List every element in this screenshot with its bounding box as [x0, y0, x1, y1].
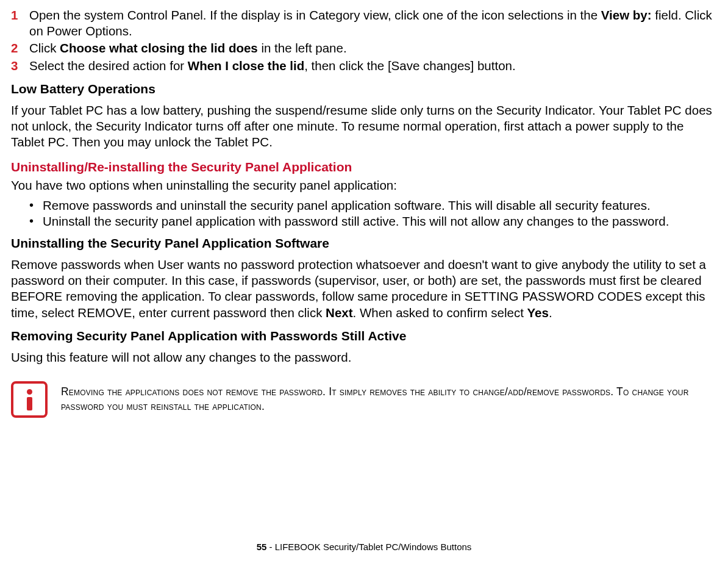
text: . When asked to confirm select: [353, 306, 527, 320]
heading-uninstall-software: Uninstalling the Security Panel Applicat…: [11, 235, 717, 252]
text: , then click the [Save changes] button.: [304, 59, 515, 73]
paragraph: You have two options when uninstalling t…: [11, 177, 717, 193]
note-callout: Removing the applications does not remov…: [11, 381, 717, 418]
paragraph: Remove passwords when User wants no pass…: [11, 257, 717, 321]
step-row: 1 Open the system Control Panel. If the …: [11, 7, 717, 39]
footer-title: - LIFEBOOK Security/Tablet PC/Windows Bu…: [266, 542, 471, 552]
paragraph: If your Tablet PC has a low battery, pus…: [11, 102, 717, 151]
text: Select the desired action for: [29, 59, 188, 73]
note-text: Removing the applications does not remov…: [61, 385, 717, 414]
step-row: 3 Select the desired action for When I c…: [11, 58, 717, 74]
bold-text: View by:: [601, 8, 652, 22]
list-item: Uninstall the security panel application…: [29, 213, 717, 229]
text: in the left pane.: [258, 41, 347, 55]
step-number: 2: [11, 40, 29, 56]
text: Open the system Control Panel. If the di…: [29, 8, 601, 22]
info-icon-glyph: [25, 387, 34, 412]
step-number: 1: [11, 7, 29, 39]
bold-text: Choose what closing the lid does: [60, 41, 258, 55]
heading-uninstall-reinstall: Uninstalling/Re-installing the Security …: [11, 159, 717, 176]
list-item: Remove passwords and uninstall the secur…: [29, 198, 717, 213]
step-text: Select the desired action for When I clo…: [29, 58, 717, 74]
bold-text: When I close the lid: [188, 59, 304, 73]
page-footer: 55 - LIFEBOOK Security/Tablet PC/Windows…: [0, 541, 728, 553]
text: .: [549, 306, 552, 320]
step-text: Open the system Control Panel. If the di…: [29, 7, 717, 39]
paragraph: Using this feature will not allow any ch…: [11, 349, 717, 365]
step-text: Click Choose what closing the lid does i…: [29, 40, 717, 56]
step-row: 2 Click Choose what closing the lid does…: [11, 40, 717, 56]
bold-text: Next: [326, 306, 352, 320]
info-icon: [11, 381, 48, 418]
bullet-list: Remove passwords and uninstall the secur…: [29, 198, 717, 229]
step-number: 3: [11, 58, 29, 74]
heading-remove-active: Removing Security Panel Application with…: [11, 328, 717, 345]
page-number: 55: [257, 542, 267, 552]
heading-low-battery: Low Battery Operations: [11, 81, 717, 98]
bold-text: Yes: [527, 306, 549, 320]
text: Click: [29, 41, 60, 55]
